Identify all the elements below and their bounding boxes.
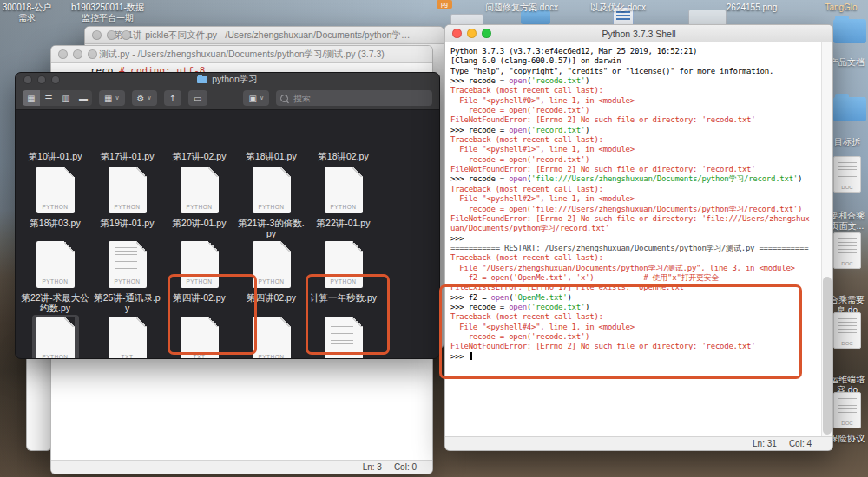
window-title: Python 3.7.3 Shell [602, 29, 675, 39]
shell-title-bar[interactable]: Python 3.7.3 Shell [445, 25, 832, 42]
file-icon: PYTHON [181, 167, 219, 213]
file-icon: PYTHON [325, 167, 363, 213]
shell-line: recode = open('file:///Users/zhengshuxua… [450, 205, 821, 214]
zoom-button[interactable] [482, 29, 491, 38]
window-controls [58, 46, 97, 62]
file-item[interactable]: 第17讲-02.py [163, 148, 235, 161]
close-button[interactable] [452, 29, 462, 38]
file-name-label: 第17讲-01.py [101, 151, 155, 161]
file-item[interactable]: TXTtest.txt [91, 315, 163, 359]
finder-title-bar[interactable]: python学习 [16, 73, 439, 87]
quick-actions-button[interactable]: ▣ ∨ [243, 90, 269, 106]
file-item[interactable]: PYTHON第19讲-01.py [91, 165, 163, 238]
file-icon-wrap: PYTHON [248, 165, 295, 215]
desktop-icon-label[interactable]: 问题修复方案.docx [473, 3, 570, 13]
desktop-icon-label[interactable]: 以及优化.docx [578, 3, 658, 13]
zoom-button[interactable] [88, 49, 97, 59]
close-button[interactable] [23, 75, 32, 84]
desktop-icon-label[interactable]: 300018-公户需求 [0, 3, 54, 23]
scrollbar-thumb[interactable] [823, 277, 832, 435]
file-icon: PYTHON [108, 241, 147, 288]
desktop-doc-icon[interactable]: DOC [833, 312, 861, 349]
shell-line: =========== RESTART: /Users/zhengshuxuan… [450, 244, 821, 253]
background-window-edge[interactable] [26, 346, 52, 451]
folder-icon [833, 19, 866, 43]
editor-title-bar[interactable]: *第31讲-pickle不同文件.py - /Users/zhengshuxua… [85, 27, 444, 44]
zoom-button[interactable] [122, 30, 131, 40]
desktop-doc-icon[interactable]: DOC [833, 156, 861, 193]
file-icon: PYTHON [253, 167, 291, 213]
list-view-button[interactable]: ☰ [40, 90, 57, 106]
grid-view-button[interactable]: ▦ [23, 90, 40, 106]
share-button[interactable]: ↥ [164, 90, 181, 106]
editor-status-bar: Ln: 3 Col: 0 [51, 460, 432, 474]
file-item[interactable]: PYTHON第25讲-通讯录.py [91, 239, 163, 313]
close-button[interactable] [58, 49, 68, 59]
search-input[interactable] [292, 93, 428, 104]
minimize-button[interactable] [107, 30, 116, 40]
file-item[interactable]: 第18讲01.py [235, 148, 307, 161]
minimize-button[interactable] [37, 75, 46, 84]
minimize-button[interactable] [73, 49, 82, 59]
shell-line: Type "help", "copyright", "credits" or "… [450, 67, 821, 76]
desktop-doc-icon[interactable]: DOC [833, 232, 861, 269]
doc-badge: DOC [834, 341, 860, 346]
desktop-png-file-icon[interactable]: pg [437, 0, 452, 9]
doc-file-icon: DOC [833, 232, 861, 269]
doc-lines [838, 318, 857, 334]
file-item[interactable]: PYTHON第21讲-3的倍数.py [235, 165, 307, 238]
file-item[interactable]: PYTHON输入姓名.py [19, 315, 91, 359]
file-name-label: 第18讲03.py [30, 218, 80, 228]
file-type-badge: PYTHON [325, 204, 363, 210]
file-icon: PYTHON [253, 241, 291, 288]
file-item[interactable]: 第18讲02.py [307, 148, 379, 161]
file-name-label: 第22讲-01.py [317, 218, 371, 228]
desktop-icon-label[interactable]: b1903250011-数据监控平台一期 [62, 3, 153, 23]
file-name-label: 第17讲-02.py [173, 151, 227, 161]
desktop-icon-label[interactable]: TangGlo [814, 3, 868, 13]
view-mode-segmented-control: ▦ ☰ ▥ ▬ [23, 90, 92, 106]
file-icon-wrap: PYTHON [104, 165, 151, 215]
python-shell-window[interactable]: Python 3.7.3 Shell Python 3.7.3 (v3.7.3:… [444, 24, 833, 451]
file-item[interactable]: PYTHON第20讲-01.py [163, 165, 235, 238]
shell-line: Python 3.7.3 (v3.7.3:ef4ec6ed12, Mar 25 … [450, 47, 821, 56]
column-indicator: Col: 4 [789, 439, 812, 448]
doc-file-icon: DOC [833, 156, 861, 193]
file-icon: PYTHON [253, 317, 291, 359]
file-icon: TXT [108, 317, 147, 359]
doc-lines [838, 238, 857, 254]
file-item[interactable]: PYTHON第18讲03.py [19, 165, 91, 238]
editor-title-bar[interactable]: 测试.py - /Users/zhengshuxuan/Documents/py… [51, 46, 432, 63]
shell-line: FileNotFoundError: [Errno 2] No such fil… [450, 165, 821, 174]
window-title: 测试.py - /Users/zhengshuxuan/Documents/py… [99, 49, 385, 61]
search-field[interactable] [276, 90, 432, 106]
file-item[interactable]: PYTHON第22讲-求最大公约数.py [19, 239, 91, 313]
shell-line: recode = open('recode.txt') [450, 106, 821, 115]
file-name-label: 第18讲02.py [318, 151, 368, 161]
zoom-button[interactable] [51, 75, 60, 84]
folder-icon [197, 76, 207, 83]
desktop-icon-label[interactable]: 2624155.png [710, 3, 793, 13]
file-item[interactable]: PYTHON第22讲-01.py [307, 165, 379, 238]
minimize-button[interactable] [467, 29, 477, 38]
actions-icon: ▣ [248, 94, 256, 103]
window-controls [92, 27, 131, 43]
group-by-button[interactable]: ▦ ∨ [99, 90, 125, 106]
shell-line: >>> [450, 234, 821, 244]
file-item[interactable]: 第10讲-01.py [19, 148, 91, 161]
tags-button[interactable]: ▭ [188, 90, 207, 106]
column-view-button[interactable]: ▥ [57, 90, 75, 106]
desktop-folder-icon[interactable] [833, 19, 866, 43]
file-item[interactable]: 第17讲-01.py [91, 148, 163, 161]
search-icon [280, 95, 288, 102]
file-type-badge: TXT [108, 354, 147, 359]
desktop-folder-icon[interactable] [833, 97, 866, 121]
scrollbar[interactable] [821, 42, 832, 436]
close-button[interactable] [92, 30, 102, 40]
doc-lines [838, 162, 857, 178]
gallery-view-button[interactable]: ▬ [75, 90, 92, 106]
file-type-badge: PYTHON [36, 204, 75, 210]
file-type-badge: PYTHON [36, 354, 75, 359]
action-menu-button[interactable]: ⚙ ∨ [132, 90, 157, 106]
desktop-doc-icon[interactable]: DOC [833, 392, 861, 428]
